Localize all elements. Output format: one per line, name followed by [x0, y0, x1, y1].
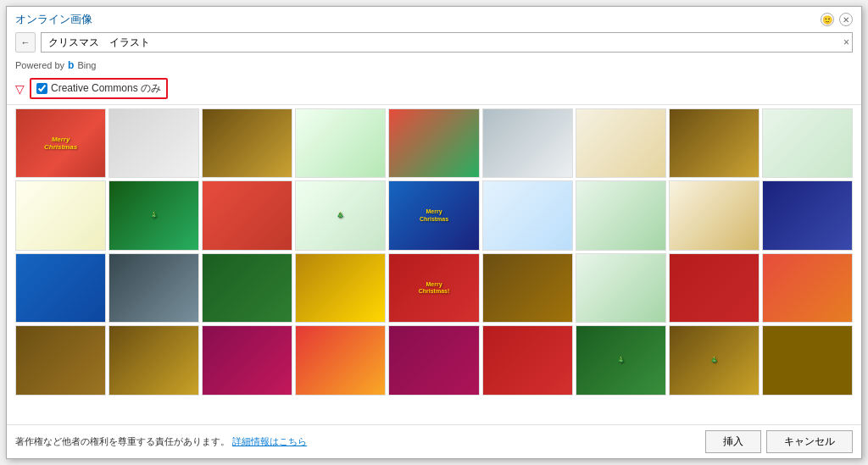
search-bar: ← ×: [7, 27, 861, 58]
image-item-0[interactable]: Merry Christmas: [15, 108, 106, 178]
image-item-11[interactable]: [202, 180, 292, 250]
image-item-1[interactable]: [108, 108, 199, 178]
image-grid: Merry Christmas🎄🎄Merry ChristmasMerry Ch…: [7, 105, 861, 424]
image-item-26[interactable]: [762, 253, 853, 323]
image-item-33[interactable]: 🎄: [576, 325, 666, 395]
image-item-24[interactable]: [576, 253, 666, 323]
filter-icon[interactable]: ▽: [15, 82, 25, 96]
detail-link[interactable]: 詳細情報はこちら: [232, 436, 307, 446]
image-item-15[interactable]: [576, 180, 666, 250]
image-item-20[interactable]: [202, 253, 292, 323]
image-item-29[interactable]: [202, 325, 292, 395]
image-item-7[interactable]: [669, 108, 760, 178]
search-wrapper: ×: [41, 32, 853, 53]
image-item-30[interactable]: [295, 325, 386, 395]
image-item-17[interactable]: [762, 180, 853, 250]
image-item-23[interactable]: [482, 253, 573, 323]
image-item-12[interactable]: 🎄: [295, 180, 386, 250]
image-item-4[interactable]: [388, 108, 479, 178]
image-item-32[interactable]: [482, 325, 573, 395]
creative-commons-label: Creative Commons のみ: [51, 81, 161, 96]
status-bar: 著作権など他者の権利を尊重する責任があります。 詳細情報はこちら 挿入 キャンセ…: [7, 424, 861, 458]
online-image-dialog: オンライン画像 🙂 ✕ ← × Powered by b Bing ▽ Crea…: [6, 6, 862, 459]
powered-by: Powered by b Bing: [7, 58, 861, 75]
image-item-31[interactable]: [388, 325, 479, 395]
filter-bar: ▽ Creative Commons のみ: [7, 75, 861, 104]
image-item-27[interactable]: [15, 325, 106, 395]
image-item-3[interactable]: [295, 108, 386, 178]
image-item-5[interactable]: [482, 108, 573, 178]
creative-commons-checkbox[interactable]: [36, 83, 47, 94]
title-icons: 🙂 ✕: [821, 13, 853, 26]
image-item-13[interactable]: Merry Christmas: [388, 180, 479, 250]
search-clear-icon[interactable]: ×: [843, 36, 849, 48]
image-item-2[interactable]: [202, 108, 292, 178]
cancel-button[interactable]: キャンセル: [766, 430, 853, 453]
image-item-9[interactable]: [15, 180, 106, 250]
title-bar: オンライン画像 🙂 ✕: [7, 7, 861, 27]
back-button[interactable]: ←: [15, 32, 36, 53]
image-item-16[interactable]: [669, 180, 760, 250]
image-item-22[interactable]: Merry Christmas!: [388, 253, 479, 323]
image-item-18[interactable]: [15, 253, 106, 323]
close-icon[interactable]: ✕: [839, 13, 853, 26]
creative-commons-filter[interactable]: Creative Commons のみ: [30, 78, 168, 99]
insert-button[interactable]: 挿入: [705, 430, 761, 453]
image-item-14[interactable]: [482, 180, 573, 250]
action-buttons: 挿入 キャンセル: [705, 430, 853, 453]
copyright-text: 著作権など他者の権利を尊重する責任があります。: [15, 436, 230, 446]
image-item-34[interactable]: 🎄: [669, 325, 760, 395]
minimize-icon[interactable]: 🙂: [821, 13, 834, 26]
image-item-35[interactable]: [762, 325, 853, 395]
image-item-19[interactable]: [108, 253, 199, 323]
image-item-6[interactable]: [576, 108, 666, 178]
image-item-25[interactable]: [669, 253, 760, 323]
image-item-10[interactable]: 🎄: [108, 180, 199, 250]
image-item-28[interactable]: [108, 325, 199, 395]
bing-icon: b: [68, 59, 74, 71]
status-left: 著作権など他者の権利を尊重する責任があります。 詳細情報はこちら: [15, 435, 307, 448]
search-input[interactable]: [41, 32, 853, 53]
image-item-21[interactable]: [295, 253, 386, 323]
dialog-title: オンライン画像: [15, 12, 92, 27]
image-item-8[interactable]: [762, 108, 853, 178]
